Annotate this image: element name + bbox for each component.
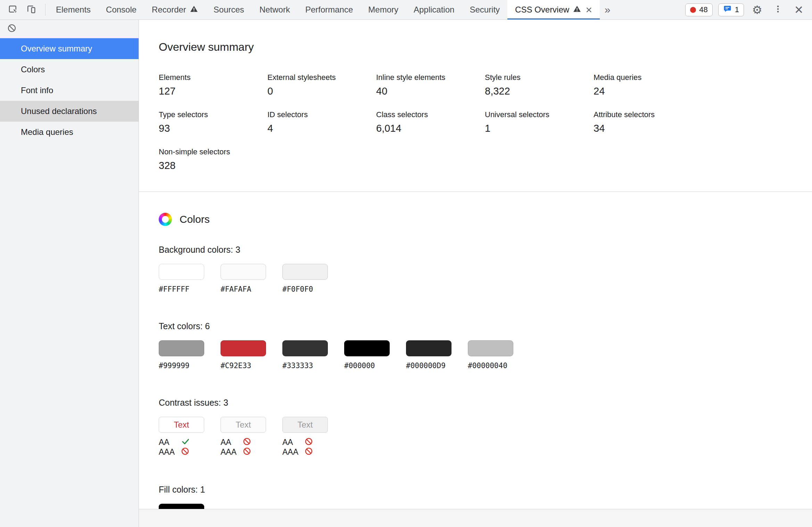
color-swatch-item: #000000 — [344, 340, 390, 370]
toolbar-right-group: 48 1 ⚙ × — [680, 0, 812, 19]
warning-triangle-icon — [573, 5, 581, 15]
color-swatch[interactable] — [282, 264, 328, 280]
color-swatch-item: #F0F0F0 — [282, 264, 328, 293]
toolbar-divider — [45, 4, 45, 16]
sidebar-item-overview-summary[interactable]: Overview summary — [0, 38, 139, 59]
sidebar-item-media-queries[interactable]: Media queries — [0, 122, 139, 143]
tab-console[interactable]: Console — [98, 0, 144, 19]
contrast-preview[interactable]: Text — [159, 417, 204, 433]
stat-label: Elements — [159, 73, 267, 82]
fail-blocked-icon — [181, 447, 189, 457]
color-hex-label: #00000040 — [468, 362, 513, 370]
stat-value: 34 — [594, 123, 702, 134]
stat-type-selectors: Type selectors 93 — [159, 110, 267, 134]
inspect-element-button[interactable] — [5, 2, 21, 18]
color-swatch-item: #999999 — [159, 340, 204, 370]
contrast-aaa-row: AAA — [159, 447, 204, 457]
stat-value: 328 — [159, 160, 267, 171]
contrast-issues-row: Text AA AAA Text — [159, 417, 812, 457]
color-swatch[interactable] — [159, 264, 204, 280]
devtools-tab-strip: Elements Console Recorder Sources Networ… — [48, 0, 680, 19]
sidebar-item-colors[interactable]: Colors — [0, 59, 139, 80]
tab-application[interactable]: Application — [406, 0, 462, 19]
color-swatch-item: #FAFAFA — [221, 264, 266, 293]
issue-count: 1 — [735, 5, 739, 14]
tab-performance[interactable]: Performance — [298, 0, 361, 19]
clear-overview-button[interactable] — [7, 23, 17, 34]
device-toolbar-button[interactable] — [23, 2, 39, 18]
stat-label: Style rules — [485, 73, 594, 82]
tab-label: Application — [414, 5, 454, 15]
stat-label: Class selectors — [376, 110, 485, 119]
contrast-sample-text: Text — [235, 420, 251, 430]
contrast-preview[interactable]: Text — [282, 417, 328, 433]
color-swatch[interactable] — [221, 264, 266, 280]
color-swatch-item: #333333 — [282, 340, 328, 370]
pass-check-icon — [181, 437, 190, 447]
color-swatch[interactable] — [221, 340, 266, 356]
css-overview-panel: Overview summary Elements 127 External s… — [139, 20, 812, 527]
aa-label: AA — [221, 438, 243, 447]
tab-css-overview[interactable]: CSS Overview × — [507, 0, 600, 19]
color-swatch[interactable] — [468, 340, 513, 356]
contrast-issue-item: Text AA AAA — [282, 417, 328, 457]
contrast-aa-row: AA — [282, 437, 328, 447]
color-swatch[interactable] — [344, 340, 390, 356]
kebab-menu-button[interactable] — [770, 2, 786, 17]
background-colors-label: Background colors: 3 — [159, 245, 812, 255]
settings-gear-button[interactable]: ⚙ — [749, 2, 765, 17]
close-icon: × — [795, 2, 803, 17]
devtools-main-toolbar: Elements Console Recorder Sources Networ… — [0, 0, 812, 20]
color-swatch[interactable] — [282, 340, 328, 356]
contrast-preview[interactable]: Text — [221, 417, 266, 433]
tab-label: CSS Overview — [515, 5, 569, 15]
stat-attribute-selectors: Attribute selectors 34 — [594, 110, 702, 134]
page-title: Overview summary — [159, 41, 812, 54]
issues-badge[interactable]: 1 — [718, 3, 744, 16]
aa-label: AA — [282, 438, 305, 447]
color-hex-label: #C92E33 — [221, 362, 266, 370]
color-hex-label: #F0F0F0 — [282, 285, 328, 293]
contrast-sample-text: Text — [174, 420, 189, 430]
stat-style-rules: Style rules 8,322 — [485, 73, 594, 97]
tab-security[interactable]: Security — [462, 0, 507, 19]
tab-label: Console — [106, 5, 136, 15]
tab-recorder[interactable]: Recorder — [144, 0, 206, 19]
tab-close-icon[interactable]: × — [586, 4, 592, 15]
contrast-issue-item: Text AA AAA — [159, 417, 204, 457]
tab-label: Sources — [214, 5, 244, 15]
tab-elements[interactable]: Elements — [48, 0, 98, 19]
background-colors-row: #FFFFFF #FAFAFA #F0F0F0 — [159, 264, 812, 293]
tab-sources[interactable]: Sources — [206, 0, 252, 19]
error-count: 48 — [699, 5, 707, 14]
contrast-aaa-row: AAA — [221, 447, 266, 457]
color-swatch[interactable] — [406, 340, 451, 356]
stat-elements: Elements 127 — [159, 73, 267, 97]
sidebar-item-font-info[interactable]: Font info — [0, 80, 139, 101]
color-swatch[interactable] — [159, 340, 204, 356]
color-swatch-item: #FFFFFF — [159, 264, 204, 293]
stat-value: 4 — [267, 123, 376, 134]
stat-value: 40 — [376, 86, 485, 97]
tab-label: Performance — [305, 5, 353, 15]
stat-value: 1 — [485, 123, 594, 134]
tab-memory[interactable]: Memory — [361, 0, 406, 19]
close-devtools-button[interactable]: × — [791, 2, 806, 17]
stat-label: ID selectors — [267, 110, 376, 119]
sidebar-item-unused-declarations[interactable]: Unused declarations — [0, 101, 139, 122]
stat-value: 0 — [267, 86, 376, 97]
stat-inline-style-elements: Inline style elements 40 — [376, 73, 485, 97]
contrast-sample-text: Text — [297, 420, 313, 430]
console-errors-badge[interactable]: 48 — [685, 3, 712, 16]
fail-blocked-icon — [305, 437, 313, 447]
aaa-label: AAA — [221, 447, 243, 457]
color-hex-label: #000000D9 — [406, 362, 451, 370]
color-hex-label: #FAFAFA — [221, 285, 266, 293]
summary-stats-grid: Elements 127 External stylesheets 0 Inli… — [159, 73, 812, 171]
colors-section: Colors Background colors: 3 #FFFFFF #FAF… — [159, 213, 812, 520]
tab-network[interactable]: Network — [252, 0, 298, 19]
fail-blocked-icon — [243, 437, 251, 447]
stat-universal-selectors: Universal selectors 1 — [485, 110, 594, 134]
more-tabs-button[interactable]: » — [600, 0, 615, 19]
stat-value: 6,014 — [376, 123, 485, 134]
